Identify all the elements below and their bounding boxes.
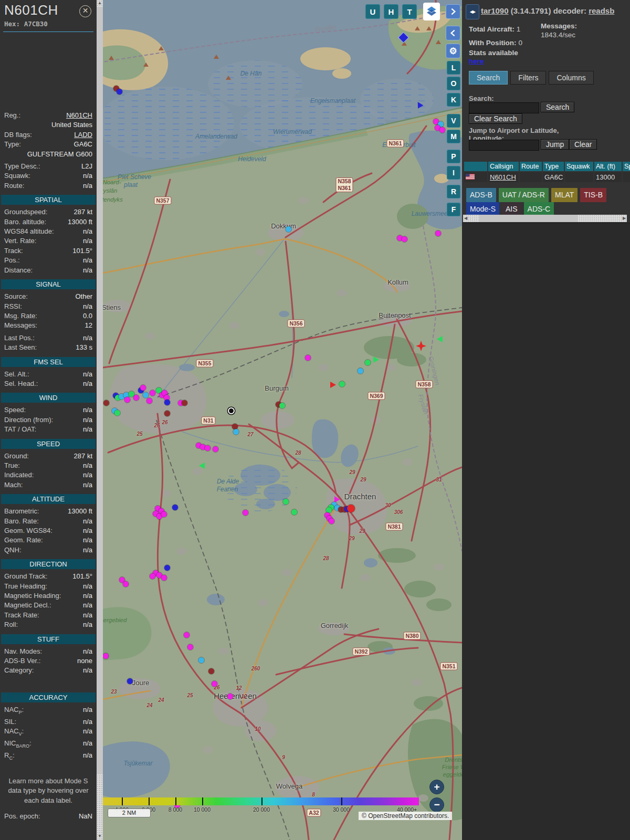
map-attribution[interactable]: © OpenStreetMap contributors.	[359, 812, 452, 820]
aircraft-marker[interactable]	[143, 392, 149, 398]
aircraft-marker[interactable]	[213, 446, 218, 452]
table-header-Type[interactable]: Type	[543, 162, 564, 171]
aircraft-marker[interactable]	[182, 400, 187, 406]
map-button-u[interactable]: U	[365, 4, 380, 19]
source-chip-ais[interactable]: AIS	[502, 202, 521, 216]
panel-toggle-button[interactable]: ◀▶	[466, 4, 479, 19]
map-button-h[interactable]: H	[384, 4, 398, 19]
stats-here-link[interactable]: here	[469, 57, 484, 65]
aircraft-marker[interactable]	[339, 381, 345, 387]
aircraft-marker[interactable]	[437, 336, 443, 342]
map-button-r[interactable]: R	[447, 185, 460, 198]
aircraft-marker[interactable]	[161, 511, 167, 517]
decoder-link[interactable]: readsb	[589, 6, 614, 15]
aircraft-marker[interactable]	[117, 89, 122, 94]
aircraft-marker[interactable]	[233, 429, 239, 435]
source-chip-mode-s[interactable]: Mode-S	[466, 202, 499, 216]
aircraft-marker[interactable]	[439, 127, 445, 133]
tab-columns[interactable]: Columns	[549, 71, 593, 85]
table-header-flag[interactable]	[464, 162, 487, 171]
search-button[interactable]: Search	[541, 102, 574, 112]
map-button-p[interactable]: P	[447, 150, 460, 163]
close-icon[interactable]: ✕	[79, 5, 91, 17]
info-value[interactable]: LADD	[32, 130, 92, 140]
aircraft-marker[interactable]	[329, 518, 334, 524]
map-button-k[interactable]: K	[447, 93, 460, 107]
aircraft-marker[interactable]	[133, 395, 139, 401]
aircraft-marker[interactable]	[402, 236, 407, 242]
app-name-link[interactable]: tar1090	[481, 6, 509, 15]
scroll-down-icon[interactable]: ▼	[97, 834, 103, 838]
map-button-i[interactable]: I	[447, 166, 460, 180]
aircraft-marker[interactable]	[164, 400, 170, 405]
map-button-f[interactable]: F	[447, 203, 460, 216]
sidebar-scrollbar[interactable]: ▲ ▼	[97, 0, 103, 840]
aircraft-marker[interactable]	[124, 397, 130, 403]
aircraft-marker[interactable]	[198, 657, 204, 663]
aircraft-marker[interactable]	[184, 632, 190, 638]
source-chip-uat-ads-r[interactable]: UAT / ADS-R	[499, 188, 549, 202]
map[interactable]: FryslânDe HânEngelsmanplaatAmelanderwadW…	[103, 0, 462, 840]
aircraft-marker[interactable]	[330, 382, 336, 388]
table-header-Spd[interactable]: Spd	[623, 162, 630, 171]
hscroll-thumb[interactable]	[479, 215, 578, 222]
aircraft-marker[interactable]	[103, 400, 109, 406]
aircraft-marker[interactable]	[365, 360, 371, 365]
jump-input[interactable]	[469, 140, 539, 151]
aircraft-marker[interactable]	[123, 581, 129, 587]
aircraft-marker[interactable]	[283, 499, 289, 505]
aircraft-marker[interactable]	[305, 355, 311, 361]
aircraft-marker[interactable]	[150, 573, 155, 579]
aircraft-marker[interactable]	[140, 385, 146, 391]
search-input[interactable]	[469, 102, 539, 113]
scrollbar-thumb[interactable]	[97, 7, 103, 774]
aircraft-marker[interactable]	[103, 653, 109, 659]
aircraft-marker[interactable]	[358, 368, 363, 374]
aircraft-marker[interactable]	[127, 678, 133, 684]
zoom-out-button[interactable]: −	[429, 797, 444, 812]
panel-expand-button[interactable]	[446, 4, 460, 19]
source-chip-tis-b[interactable]: TIS-B	[580, 188, 606, 202]
table-header-Alt. (ft)[interactable]: Alt. (ft)	[594, 162, 622, 171]
layers-button[interactable]	[423, 3, 440, 20]
aircraft-marker[interactable]	[146, 398, 152, 404]
aircraft-marker[interactable]	[172, 505, 178, 510]
aircraft-marker[interactable]	[161, 575, 167, 581]
clear-button[interactable]: Clear	[569, 139, 597, 150]
aircraft-marker[interactable]	[232, 424, 238, 429]
scroll-right-icon[interactable]: ▶	[622, 215, 627, 222]
tab-filters[interactable]: Filters	[510, 71, 546, 85]
map-button-m[interactable]: M	[447, 130, 460, 143]
aircraft-marker[interactable]	[227, 694, 233, 699]
map-button-t[interactable]: T	[402, 4, 417, 19]
aircraft-marker[interactable]	[435, 230, 441, 236]
settings-button[interactable]: ⚙	[446, 44, 460, 58]
map-button-l[interactable]: L	[447, 61, 460, 75]
map-button-v[interactable]: V	[447, 114, 460, 128]
aircraft-marker[interactable]	[150, 390, 155, 396]
aircraft-marker[interactable]	[164, 411, 170, 416]
table-horizontal-scrollbar[interactable]: ◀ ▶	[463, 215, 627, 222]
aircraft-marker[interactable]	[199, 463, 205, 469]
aircraft-marker[interactable]	[373, 356, 379, 363]
aircraft-marker[interactable]	[243, 510, 248, 516]
source-chip-mlat[interactable]: MLAT	[551, 188, 578, 202]
table-cell-callsign[interactable]: N601CH	[488, 172, 519, 182]
tab-search[interactable]: Search	[469, 71, 508, 85]
table-header-Route[interactable]: Route	[520, 162, 542, 171]
aircraft-marker[interactable]	[291, 509, 297, 515]
source-chip-ads-c[interactable]: ADS-C	[524, 202, 554, 216]
panel-collapse-left-button[interactable]	[446, 26, 460, 40]
aircraft-marker[interactable]	[326, 507, 332, 513]
aircraft-marker[interactable]	[279, 403, 285, 408]
source-chip-ads-b[interactable]: ADS-B	[466, 188, 496, 202]
aircraft-marker[interactable]	[286, 226, 291, 232]
scroll-up-icon[interactable]: ▲	[97, 1, 103, 5]
aircraft-marker[interactable]	[114, 410, 120, 416]
aircraft-marker[interactable]	[347, 505, 355, 512]
table-header-Callsign[interactable]: Callsign	[488, 162, 519, 171]
map-button-o[interactable]: O	[447, 77, 460, 90]
aircraft-marker[interactable]	[187, 644, 193, 650]
aircraft-marker[interactable]	[164, 565, 170, 571]
jump-button[interactable]: Jump	[541, 139, 569, 150]
